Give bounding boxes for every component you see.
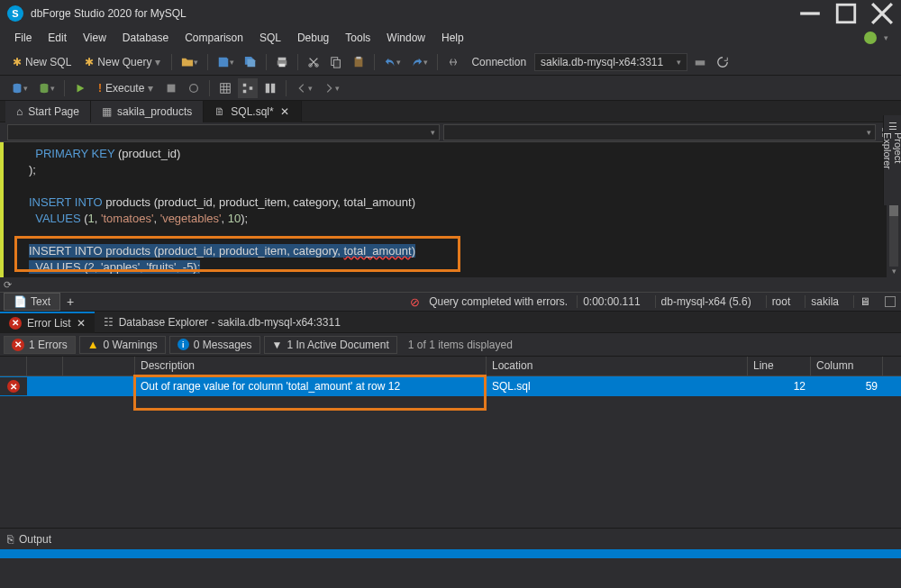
query-icon[interactable]: ⟳ xyxy=(4,279,12,291)
connection-edit-button[interactable] xyxy=(690,52,710,72)
redo-button[interactable]: ▾ xyxy=(407,52,432,72)
app-icon: S xyxy=(7,5,23,22)
svg-rect-12 xyxy=(357,56,361,59)
output-bar[interactable]: ⎘ Output xyxy=(0,528,901,549)
titlebar: S dbForge Studio 2020 for MySQL xyxy=(0,0,901,27)
error-loc: SQL.sql xyxy=(487,377,748,395)
copy-button[interactable] xyxy=(326,52,346,72)
tab-db-explorer[interactable]: ☷ Database Explorer - sakila.db-mysql-x6… xyxy=(95,312,350,333)
code-text: , xyxy=(95,212,101,225)
layout-icon[interactable] xyxy=(260,78,280,98)
open-button[interactable]: ▾ xyxy=(177,52,202,72)
tab-sakila-products[interactable]: ▦ sakila_products xyxy=(91,101,204,122)
grid-header-type[interactable] xyxy=(27,357,63,375)
code-editor[interactable]: PRIMARY KEY (product_id) ); INSERT INTO … xyxy=(0,142,901,277)
schema-combo-icon[interactable]: ▾ xyxy=(34,78,59,98)
filter-messages[interactable]: i0 Messages xyxy=(169,336,260,354)
tab-start-page[interactable]: ⌂ Start Page xyxy=(5,101,91,122)
menu-file[interactable]: File xyxy=(7,30,39,46)
save-button[interactable]: ▾ xyxy=(214,52,238,72)
tab-error-list-label: Error List xyxy=(27,317,71,330)
error-row[interactable]: ✕ Out of range value for column 'total_a… xyxy=(0,376,901,396)
grid-header-line[interactable]: Line xyxy=(748,357,811,375)
close-icon[interactable]: ✕ xyxy=(77,317,86,330)
grid-header-icon[interactable] xyxy=(0,357,27,375)
connection-label: Connection xyxy=(471,56,526,68)
new-sql-button[interactable]: ✱New SQL xyxy=(7,52,77,72)
navigate-back-button[interactable]: ▾ xyxy=(292,78,316,98)
titlebar-text: dbForge Studio 2020 for MySQL xyxy=(31,7,798,20)
execute-button[interactable]: !Execute▾ xyxy=(93,78,159,98)
add-view-button[interactable]: + xyxy=(60,294,80,309)
info-icon: i xyxy=(177,339,189,350)
tab-error-list[interactable]: ✕ Error List ✕ xyxy=(0,312,95,333)
tab-sql[interactable]: 🗎 SQL.sql* ✕ xyxy=(204,101,301,122)
scroll-down-icon[interactable]: ▾ xyxy=(892,267,896,276)
code-kw: INSERT INTO xyxy=(29,195,103,209)
checkbox-icon[interactable] xyxy=(885,296,896,307)
menu-comparison[interactable]: Comparison xyxy=(177,30,250,46)
code-kw: VALUES xyxy=(29,212,81,225)
close-button[interactable] xyxy=(870,5,894,23)
grid-icon[interactable] xyxy=(215,78,235,98)
explorer-icon: ☷ xyxy=(104,316,114,329)
error-icon: ✕ xyxy=(12,339,24,351)
close-icon[interactable]: ✕ xyxy=(279,106,290,117)
menu-tools[interactable]: Tools xyxy=(338,30,378,46)
filter-warnings[interactable]: ▲0 Warnings xyxy=(79,336,166,354)
grid-header-desc[interactable]: Description xyxy=(135,357,487,375)
code-num: 1 xyxy=(88,212,95,225)
tab-sakila-label: sakila_products xyxy=(117,105,192,118)
project-explorer-panel[interactable]: ☰ Project Explorer xyxy=(883,115,901,205)
member-dropdown-right[interactable]: ▾ xyxy=(443,124,876,140)
grid-header-loc[interactable]: Location xyxy=(487,357,748,375)
maximize-button[interactable] xyxy=(834,5,858,23)
filter-active-doc[interactable]: ▼1 In Active Document xyxy=(264,336,397,354)
grid-header: Description Location Line Column xyxy=(0,357,901,376)
error-grid: Description Location Line Column ✕ Out o… xyxy=(0,357,901,528)
code-text: ) xyxy=(412,244,415,258)
stop-button[interactable] xyxy=(161,78,181,98)
chevron-down-icon[interactable]: ▾ xyxy=(884,33,888,42)
db-combo-icon[interactable]: ▾ xyxy=(7,78,32,98)
connection-refresh-button[interactable] xyxy=(713,52,733,72)
code-text: products (product_id, product_item, cate… xyxy=(103,195,415,209)
menu-debug[interactable]: Debug xyxy=(290,30,336,46)
filter-errors[interactable]: ✕1 Errors xyxy=(4,336,76,354)
document-tabs: ⌂ Start Page ▦ sakila_products 🗎 SQL.sql… xyxy=(0,101,901,122)
run-button[interactable] xyxy=(70,78,90,98)
print-button[interactable] xyxy=(272,52,292,72)
member-dropdown-left[interactable]: ▾ xyxy=(7,124,440,140)
undo-button[interactable]: ▾ xyxy=(380,52,405,72)
svg-rect-27 xyxy=(271,83,275,93)
fetch-icon[interactable] xyxy=(184,78,204,98)
menu-sql[interactable]: SQL xyxy=(252,30,288,46)
connect-icon[interactable] xyxy=(443,52,463,72)
minimize-button[interactable] xyxy=(798,5,822,23)
menu-help[interactable]: Help xyxy=(434,30,471,46)
svg-rect-26 xyxy=(266,83,269,93)
monitor-icon[interactable]: 🖥 xyxy=(853,295,876,308)
new-query-button[interactable]: ✱New Query▾ xyxy=(79,52,166,72)
menu-edit[interactable]: Edit xyxy=(41,30,74,46)
filter-messages-label: 0 Messages xyxy=(194,339,252,351)
start-page-icon: ⌂ xyxy=(16,105,23,118)
status-user: root xyxy=(766,295,796,308)
menu-window[interactable]: Window xyxy=(379,30,432,46)
error-line: 12 xyxy=(748,377,811,395)
navigate-fwd-button[interactable]: ▾ xyxy=(319,78,343,98)
editor-statusbar: 📄 Text + ⊘ Query completed with errors. … xyxy=(0,292,901,312)
cut-button[interactable] xyxy=(304,52,323,72)
text-tab-label: Text xyxy=(31,295,50,308)
tree-icon[interactable] xyxy=(238,78,258,98)
grid-header-col[interactable]: Column xyxy=(811,357,883,375)
status-indicator-icon[interactable] xyxy=(864,32,877,44)
save-all-button[interactable] xyxy=(241,52,260,72)
text-view-tab[interactable]: 📄 Text xyxy=(4,293,60,311)
paste-button[interactable] xyxy=(349,52,369,72)
menu-database[interactable]: Database xyxy=(115,30,176,46)
grid-header-blank[interactable] xyxy=(63,357,135,375)
menu-view[interactable]: View xyxy=(76,30,114,46)
connection-combo[interactable]: sakila.db-mysql-x64:3311▾ xyxy=(534,53,687,71)
status-server: db-mysql-x64 (5.6) xyxy=(655,295,757,308)
